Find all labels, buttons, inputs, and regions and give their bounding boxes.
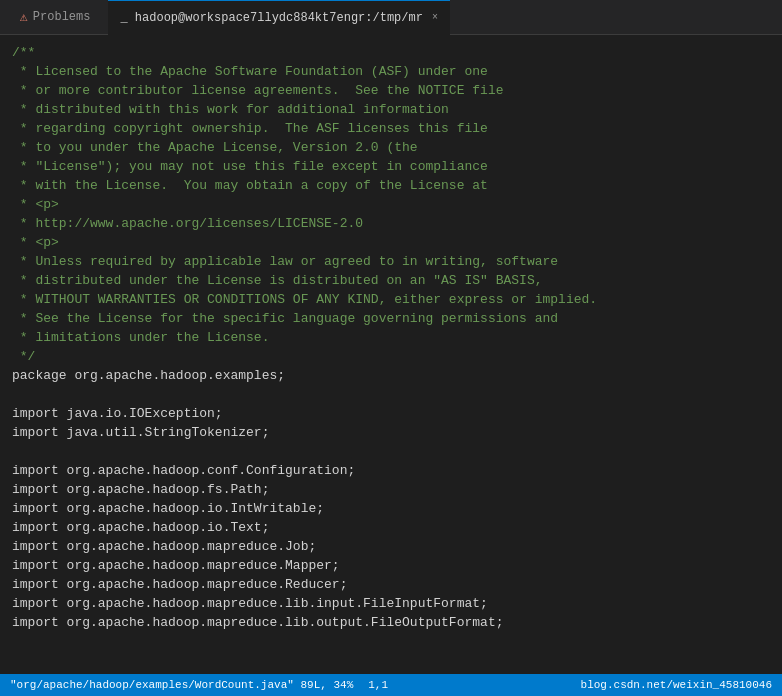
code-line: import org.apache.hadoop.mapreduce.lib.i… [0, 594, 782, 613]
code-line: import org.apache.hadoop.mapreduce.lib.o… [0, 613, 782, 632]
code-line: import java.io.IOException; [0, 404, 782, 423]
code-line: * or more contributor license agreements… [0, 81, 782, 100]
line-info: 1,1 [368, 679, 388, 691]
code-line: * regarding copyright ownership. The ASF… [0, 119, 782, 138]
problems-tab[interactable]: ⚠ Problems [10, 0, 100, 35]
code-line: * with the License. You may obtain a cop… [0, 176, 782, 195]
code-line: import org.apache.hadoop.io.Text; [0, 518, 782, 537]
code-line: import org.apache.hadoop.fs.Path; [0, 480, 782, 499]
code-line: * to you under the Apache License, Versi… [0, 138, 782, 157]
code-line: * <p> [0, 195, 782, 214]
terminal-tab[interactable]: _ hadoop@workspace7llydc884kt7engr:/tmp/… [108, 0, 449, 35]
close-icon[interactable]: × [432, 12, 438, 23]
code-area: /** * Licensed to the Apache Software Fo… [0, 35, 782, 674]
code-line: * Licensed to the Apache Software Founda… [0, 62, 782, 81]
code-line: * "License"); you may not use this file … [0, 157, 782, 176]
code-line: * Unless required by applicable law or a… [0, 252, 782, 271]
code-line: import org.apache.hadoop.conf.Configurat… [0, 461, 782, 480]
code-line: * distributed under the License is distr… [0, 271, 782, 290]
terminal-label: _ hadoop@workspace7llydc884kt7engr:/tmp/… [120, 11, 422, 25]
watermark: blog.csdn.net/weixin_45810046 [581, 679, 772, 691]
code-line: import org.apache.hadoop.mapreduce.Reduc… [0, 575, 782, 594]
file-info: "org/apache/hadoop/examples/WordCount.ja… [10, 679, 353, 691]
code-line: * limitations under the License. [0, 328, 782, 347]
problems-label: Problems [33, 10, 91, 24]
code-line: package org.apache.hadoop.examples; [0, 366, 782, 385]
code-line [0, 385, 782, 404]
code-line: * See the License for the specific langu… [0, 309, 782, 328]
code-line: import org.apache.hadoop.mapreduce.Job; [0, 537, 782, 556]
code-line: import java.util.StringTokenizer; [0, 423, 782, 442]
code-line: * WITHOUT WARRANTIES OR CONDITIONS OF AN… [0, 290, 782, 309]
code-line: */ [0, 347, 782, 366]
code-line: import org.apache.hadoop.io.IntWritable; [0, 499, 782, 518]
status-bar: "org/apache/hadoop/examples/WordCount.ja… [0, 674, 782, 696]
code-line: * http://www.apache.org/licenses/LICENSE… [0, 214, 782, 233]
code-line: import org.apache.hadoop.mapreduce.Mappe… [0, 556, 782, 575]
title-bar: ⚠ Problems _ hadoop@workspace7llydc884kt… [0, 0, 782, 35]
code-line: * <p> [0, 233, 782, 252]
code-line [0, 442, 782, 461]
problems-icon: ⚠ [20, 9, 28, 25]
code-line: /** [0, 43, 782, 62]
code-line: * distributed with this work for additio… [0, 100, 782, 119]
